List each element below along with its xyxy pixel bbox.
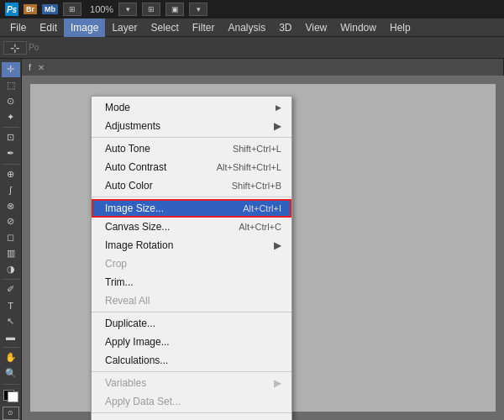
tool-gradient[interactable]: ▥ (2, 246, 20, 261)
menu-auto-tone[interactable]: Auto Tone Shift+Ctrl+L (92, 139, 291, 158)
view-mode-btn[interactable]: ⊞ (63, 3, 81, 16)
menu-apply-image[interactable]: Apply Image... (92, 333, 291, 351)
menu-edit[interactable]: Edit (33, 18, 64, 37)
menu-view[interactable]: View (298, 18, 333, 37)
tool-sep-4 (3, 347, 19, 348)
background-color[interactable] (8, 391, 18, 402)
menu-layer[interactable]: Layer (105, 18, 144, 37)
tool-shape[interactable]: ▬ (2, 329, 20, 344)
mini-bridge-badge[interactable]: Mb (42, 4, 58, 14)
menu-auto-color[interactable]: Auto Color Shift+Ctrl+B (92, 176, 291, 195)
crop-label: Crop (105, 258, 127, 270)
tool-marquee[interactable]: ⬚ (2, 78, 20, 93)
grid-btn[interactable]: ⊞ (142, 3, 160, 16)
toolbar-label: Po (29, 43, 39, 52)
tool-option-1[interactable]: ⊹ (3, 41, 27, 55)
menu-analysis[interactable]: Analysis (221, 18, 272, 37)
menu-trim[interactable]: Trim... (92, 273, 291, 291)
menu-auto-contrast[interactable]: Auto Contrast Alt+Shift+Ctrl+L (92, 158, 291, 176)
menu-file[interactable]: File (3, 18, 33, 37)
calculations-label: Calculations... (105, 354, 168, 366)
layout-btn[interactable]: ▾ (189, 3, 207, 16)
tool-type[interactable]: T (2, 298, 20, 313)
tool-eraser[interactable]: ◻ (2, 230, 20, 245)
variables-arrow: ▶ (274, 377, 281, 389)
tool-history[interactable]: ⊘ (2, 214, 20, 229)
tool-hand[interactable]: ✋ (2, 350, 20, 365)
image-menu-dropdown: Mode Adjustments ▶ Auto Tone Shift+Ctrl+… (91, 96, 292, 420)
menu-image-size[interactable]: Image Size... Alt+Ctrl+I (92, 199, 291, 218)
menu-duplicate[interactable]: Duplicate... (92, 314, 291, 333)
tool-crop[interactable]: ⊡ (2, 130, 20, 145)
tool-heal[interactable]: ⊕ (2, 166, 20, 181)
tool-path-select[interactable]: ↖ (2, 314, 20, 329)
menu-trap[interactable]: Trap... (92, 415, 291, 420)
image-rotation-label: Image Rotation (105, 239, 173, 251)
menu-section-3: Image Size... Alt+Ctrl+I Canvas Size... … (92, 197, 291, 312)
zoom-level: 100% (90, 4, 113, 14)
tool-eyedropper[interactable]: ✒ (2, 146, 20, 161)
variables-label: Variables (105, 377, 146, 389)
canvas-size-label: Canvas Size... (105, 221, 170, 233)
menu-mode-label: Mode (105, 102, 130, 113)
menu-filter[interactable]: Filter (186, 18, 222, 37)
tool-pen[interactable]: ✐ (2, 282, 20, 297)
adjustments-arrow: ▶ (274, 120, 281, 132)
auto-tone-shortcut: Shift+Ctrl+L (233, 144, 281, 154)
trim-label: Trim... (105, 276, 134, 288)
title-bar: Ps Br Mb ⊞ 100% ▾ ⊞ ▣ ▾ (0, 0, 504, 18)
tool-clone[interactable]: ⊗ (2, 198, 20, 213)
auto-color-shortcut: Shift+Ctrl+B (232, 181, 281, 191)
menu-section-4: Duplicate... Apply Image... Calculations… (92, 312, 291, 372)
tool-dodge[interactable]: ◑ (2, 261, 20, 276)
tool-sep-1 (3, 127, 19, 128)
tool-sep-3 (3, 279, 19, 280)
tool-move[interactable]: ✛ (2, 62, 20, 77)
auto-contrast-shortcut: Alt+Shift+Ctrl+L (217, 162, 281, 172)
menu-variables[interactable]: Variables ▶ (92, 374, 291, 392)
tool-zoom[interactable]: 🔍 (2, 366, 20, 381)
auto-color-label: Auto Color (105, 180, 153, 192)
menu-mode[interactable]: Mode (92, 98, 291, 117)
tool-magic-wand[interactable]: ✦ (2, 109, 20, 124)
tool-lasso[interactable]: ⊙ (2, 94, 20, 109)
menu-select[interactable]: Select (144, 18, 185, 37)
menu-section-2: Auto Tone Shift+Ctrl+L Auto Contrast Alt… (92, 138, 291, 197)
menu-image[interactable]: Image (64, 18, 105, 37)
menu-section-1: Mode Adjustments ▶ (92, 97, 291, 138)
menu-adjustments[interactable]: Adjustments ▶ (92, 117, 291, 135)
menu-apply-data-set[interactable]: Apply Data Set... (92, 392, 291, 411)
quick-mask-btn[interactable]: ⊙ (3, 407, 19, 420)
image-size-label: Image Size... (105, 202, 164, 214)
image-size-shortcut: Alt+Ctrl+I (243, 203, 281, 213)
menu-section-6: Trap... (92, 413, 291, 420)
menu-crop[interactable]: Crop (92, 255, 291, 273)
canvas-close-btn[interactable]: ✕ (38, 63, 45, 72)
menu-window[interactable]: Window (333, 18, 383, 37)
menu-canvas-size[interactable]: Canvas Size... Alt+Ctrl+C (92, 218, 291, 236)
color-swatch[interactable] (3, 390, 18, 402)
menu-3d[interactable]: 3D (272, 18, 298, 37)
tool-sep-5 (3, 384, 19, 385)
tool-brush[interactable]: ∫ (2, 182, 20, 197)
reveal-all-label: Reveal All (105, 295, 150, 307)
auto-contrast-label: Auto Contrast (105, 161, 166, 173)
menu-calculations[interactable]: Calculations... (92, 351, 291, 370)
canvas-tab: f ✕ (22, 59, 504, 76)
apply-image-label: Apply Image... (105, 336, 170, 348)
ps-icon: Ps (5, 3, 18, 16)
tools-panel: ✛ ⬚ ⊙ ✦ ⊡ ✒ ⊕ ∫ ⊗ ⊘ ◻ ▥ ◑ ✐ T ↖ ▬ ✋ 🔍 ⊙ (0, 59, 22, 420)
duplicate-label: Duplicate... (105, 318, 155, 329)
bridge-badge[interactable]: Br (24, 4, 37, 14)
menu-help[interactable]: Help (383, 18, 417, 37)
menu-image-rotation[interactable]: Image Rotation ▶ (92, 236, 291, 255)
zoom-dropdown[interactable]: ▾ (118, 3, 137, 16)
menu-adjustments-label: Adjustments (105, 120, 160, 132)
menu-reveal-all[interactable]: Reveal All (92, 291, 291, 310)
menu-bar: File Edit Image Layer Select Filter Anal… (0, 18, 504, 37)
screen-mode-btn[interactable]: ▣ (165, 3, 184, 16)
menu-section-5: Variables ▶ Apply Data Set... (92, 372, 291, 413)
image-rotation-arrow: ▶ (274, 239, 281, 251)
canvas-area: f ✕ Mode Adjustments ▶ (22, 59, 504, 420)
apply-data-set-label: Apply Data Set... (105, 396, 181, 407)
